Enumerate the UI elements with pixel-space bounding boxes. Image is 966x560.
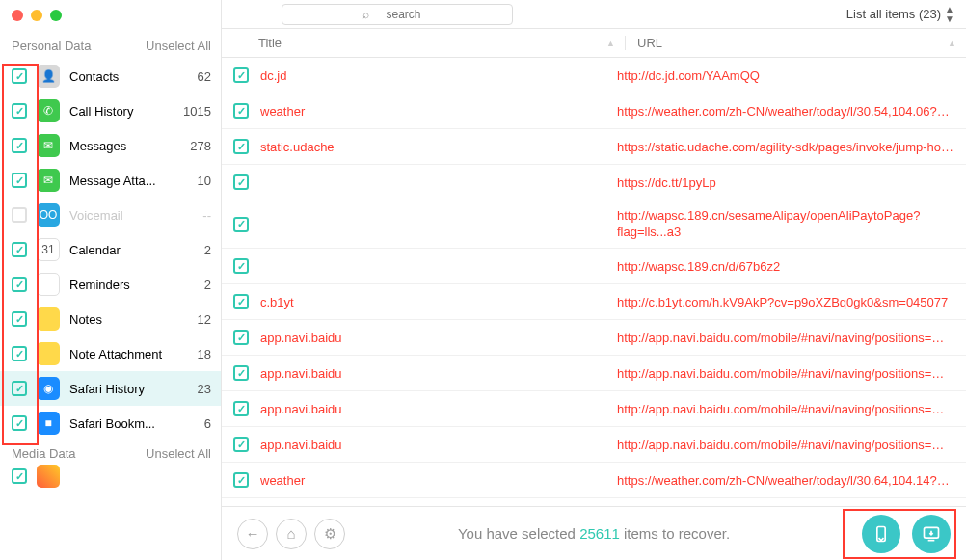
table-row[interactable]: weatherhttps://weather.com/zh-CN/weather…	[222, 463, 966, 498]
topbar: ⌕ List all items (23) ▲▼	[222, 0, 966, 29]
table-body: dc.jdhttp://dc.jd.com/YAAmQQweatherhttps…	[222, 58, 966, 506]
row-url: http://app.navi.baidu.com/mobile/#navi/n…	[605, 331, 966, 345]
sidebar-item[interactable]: 👤Contacts62	[0, 59, 221, 93]
row-url: https://dc.tt/1pyLp	[605, 175, 966, 190]
back-button[interactable]: ←	[237, 519, 268, 549]
sidebar-item[interactable]: Notes12	[0, 302, 221, 336]
sidebar-item[interactable]: ◉Safari History23	[0, 371, 221, 406]
row-title: app.navi.baidu	[249, 402, 605, 416]
checkbox-icon[interactable]	[12, 346, 27, 361]
category-icon: ◉	[37, 377, 60, 400]
row-url: http://wapsc.189.cn/d/67b6z2	[605, 259, 966, 274]
svg-rect-0	[877, 526, 885, 541]
sidebar-item-label: Contacts	[69, 69, 198, 84]
recover-to-computer-button[interactable]	[912, 515, 951, 553]
checkbox-icon[interactable]	[233, 139, 249, 154]
sidebar-item-label: Safari History	[69, 382, 198, 396]
checkbox-icon[interactable]	[12, 468, 27, 484]
column-url[interactable]: URL ▲	[625, 36, 966, 50]
search-input[interactable]: ⌕	[282, 4, 513, 25]
unselect-all-button[interactable]: Unselect All	[146, 39, 211, 53]
row-title: static.udache	[249, 140, 605, 154]
column-title[interactable]: Title ▲	[258, 36, 625, 50]
home-button[interactable]: ⌂	[276, 519, 307, 549]
checkbox-icon[interactable]	[12, 311, 27, 327]
sidebar-item[interactable]: ✆Call History1015	[0, 93, 221, 128]
category-icon: ✆	[37, 99, 60, 122]
category-icon	[37, 342, 60, 365]
checkbox-icon[interactable]	[233, 294, 249, 309]
checkbox-icon[interactable]	[233, 174, 249, 190]
checkbox-icon[interactable]	[233, 330, 249, 345]
sidebar-item: OOVoicemail--	[0, 198, 221, 232]
checkbox-icon[interactable]	[233, 437, 249, 452]
checkbox-icon[interactable]	[233, 217, 249, 232]
category-icon: 👤	[37, 65, 60, 88]
filter-dropdown[interactable]: List all items (23) ▲▼	[846, 5, 954, 24]
table-row[interactable]: http://wapsc.189.cn/d/67b6z2	[222, 249, 966, 284]
filter-label: List all items (23)	[846, 7, 941, 21]
section-title: Personal Data	[12, 39, 91, 53]
checkbox-icon[interactable]	[12, 207, 27, 223]
row-title: c.b1yt	[249, 295, 605, 309]
row-title: app.navi.baidu	[249, 331, 605, 345]
category-icon	[37, 307, 60, 331]
sidebar-item[interactable]: ■Safari Bookm...6	[0, 406, 221, 440]
checkbox-icon[interactable]	[12, 415, 27, 431]
table-row[interactable]: app.navi.baiduhttp://app.navi.baidu.com/…	[222, 391, 966, 427]
sidebar-item[interactable]: Reminders2	[0, 267, 221, 302]
sidebar-item[interactable]: Note Attachment18	[0, 336, 221, 371]
search-icon: ⌕	[362, 8, 369, 21]
section-personal-data: Personal Data Unselect All	[0, 33, 221, 59]
sidebar-item[interactable]: ✉Message Atta...10	[0, 163, 221, 198]
checkbox-icon[interactable]	[233, 67, 249, 83]
checkbox-icon[interactable]	[233, 401, 249, 416]
table-row[interactable]: static.udachehttps://static.udache.com/a…	[222, 129, 966, 165]
checkbox-icon[interactable]	[233, 258, 249, 274]
table-row[interactable]: app.navi.baiduhttp://app.navi.baidu.com/…	[222, 356, 966, 391]
sidebar-item[interactable]: 31Calendar2	[0, 232, 221, 267]
table-row[interactable]: app.navi.baiduhttp://app.navi.baidu.com/…	[222, 320, 966, 356]
status-text: You have selected 25611 items to recover…	[458, 525, 730, 542]
sidebar-item-label: Call History	[69, 104, 183, 119]
sort-icon: ▲	[948, 39, 956, 48]
checkbox-icon[interactable]	[12, 381, 27, 396]
row-url: http://app.navi.baidu.com/mobile/#navi/n…	[605, 402, 966, 416]
sidebar-item-count: 1015	[183, 104, 211, 119]
checkbox-icon[interactable]	[12, 242, 27, 257]
row-url: https://weather.com/zh-CN/weather/today/…	[605, 104, 966, 119]
checkbox-icon[interactable]	[12, 138, 27, 153]
category-icon: ✉	[37, 169, 60, 192]
checkbox-icon[interactable]	[12, 68, 27, 84]
search-field[interactable]	[375, 8, 433, 21]
sidebar-item-photos[interactable]	[0, 467, 221, 486]
category-icon	[37, 273, 60, 296]
table-row[interactable]: app.navi.baiduhttp://app.navi.baidu.com/…	[222, 427, 966, 463]
device-icon	[872, 524, 891, 544]
table-row[interactable]: weatherhttps://weather.com/zh-CN/weather…	[222, 93, 966, 129]
sidebar-item-label: Message Atta...	[69, 173, 198, 188]
sidebar-item[interactable]: ✉Messages278	[0, 128, 221, 163]
checkbox-icon[interactable]	[233, 365, 249, 381]
table-row[interactable]: dc.jdhttp://dc.jd.com/YAAmQQ	[222, 58, 966, 93]
gear-icon: ⚙	[324, 525, 336, 543]
sidebar-item-label: Note Attachment	[69, 347, 198, 361]
checkbox-icon[interactable]	[233, 472, 249, 488]
checkbox-icon[interactable]	[233, 103, 249, 119]
table-header: Title ▲ URL ▲	[222, 29, 966, 58]
table-row[interactable]: c.b1ythttp://c.b1yt.com/h.kV9AkP?cv=p9oX…	[222, 284, 966, 320]
checkbox-icon[interactable]	[12, 173, 27, 188]
category-icon: 31	[37, 238, 60, 261]
sidebar-item-label: Notes	[69, 312, 198, 327]
sidebar-item-count: 18	[198, 347, 211, 361]
sidebar-item-label: Messages	[69, 139, 190, 153]
sidebar-item-label: Reminders	[69, 278, 204, 292]
sidebar-item-label: Voicemail	[69, 208, 202, 223]
unselect-all-button[interactable]: Unselect All	[146, 446, 211, 461]
settings-button[interactable]: ⚙	[314, 519, 345, 549]
checkbox-icon[interactable]	[12, 277, 27, 292]
recover-to-device-button[interactable]	[862, 515, 900, 553]
checkbox-icon[interactable]	[12, 103, 27, 119]
table-row[interactable]: http://wapsc.189.cn/sesameAlipay/openAli…	[222, 200, 966, 249]
table-row[interactable]: https://dc.tt/1pyLp	[222, 165, 966, 200]
